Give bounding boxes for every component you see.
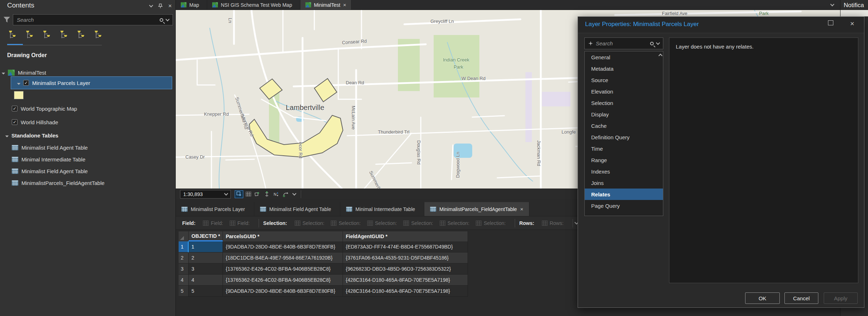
tree-node-standalone-table[interactable]: Minimalist Field Agent Table [12, 142, 88, 153]
dialog-menu-item[interactable]: Selection [585, 97, 663, 109]
toolbar-button[interactable]: Field: [200, 219, 226, 227]
ok-button[interactable]: OK [745, 292, 780, 304]
standalone-tables-heading[interactable]: Standalone Tables [6, 130, 58, 141]
toolbar-button[interactable]: Selection: [473, 219, 509, 227]
row-number-cell[interactable]: 5 [179, 286, 189, 297]
filter-icon[interactable] [3, 16, 11, 24]
parcelsguid-cell[interactable]: {9DADBA7D-28D0-4BDE-840B-6B3F8D7E80FB} [223, 241, 343, 252]
table-row[interactable]: 2 2 {18DC1DCB-B4EA-49E7-9584-86E7A761920… [179, 252, 468, 264]
table-tab[interactable]: Minimalist Parcels Layer [176, 202, 254, 216]
column-header-objectid[interactable]: OBJECTID * [189, 231, 223, 241]
select-tool-icon[interactable] [235, 190, 243, 198]
contents-view-tab[interactable] [41, 29, 54, 41]
tree-node-layer[interactable]: ✓ World Hillshade [12, 117, 58, 127]
tree-node-layer[interactable]: ✓ World Topographic Map [12, 103, 77, 114]
legend-swatch[interactable] [14, 91, 24, 99]
dialog-menu-item[interactable]: Page Query [585, 200, 663, 211]
map-scale-select[interactable]: 1:30,893 [180, 190, 231, 199]
snapping-icon[interactable] [263, 190, 271, 198]
search-icon[interactable] [650, 42, 654, 45]
objectid-cell[interactable]: 2 [189, 252, 223, 264]
rotate-view-icon[interactable] [281, 190, 290, 198]
contents-view-tab[interactable] [6, 29, 19, 41]
dialog-menu-item[interactable]: Joins [585, 177, 663, 189]
table-tab[interactable]: Minimalist Field Agent Table [254, 202, 340, 216]
toolbar-button[interactable]: Rows: [539, 219, 567, 227]
parcelsguid-cell[interactable]: {9DADBA7D-28D0-4BDE-840B-6B3F8D7E80FB} [223, 286, 343, 297]
dialog-menu-item[interactable]: Elevation [585, 86, 663, 97]
toolbar-button[interactable]: Selection: [364, 219, 400, 227]
close-dialog-icon[interactable]: × [850, 20, 854, 27]
expander-icon[interactable] [17, 81, 21, 85]
row-number-cell[interactable]: 1 [179, 241, 189, 252]
infographics-icon[interactable] [253, 190, 262, 198]
panel-menu-chevron-icon[interactable] [149, 3, 153, 7]
contents-view-tab[interactable] [58, 29, 71, 41]
toolbar-button[interactable]: Field: [226, 219, 253, 227]
toolbar-button[interactable]: Selection: [291, 219, 328, 227]
search-icon[interactable] [160, 18, 163, 22]
parcelsguid-cell[interactable]: {13765362-E426-4C02-BFBA-9406B5EB28C8} [223, 275, 343, 286]
table-row[interactable]: 4 4 {13765362-E426-4C02-BFBA-9406B5EB28C… [179, 275, 468, 286]
close-table-icon[interactable]: × [520, 206, 523, 212]
objectid-cell[interactable]: 4 [189, 275, 223, 286]
fieldagentguid-cell[interactable]: {3761FA06-634A-4535-9231-D5FD4BF45186} [343, 252, 468, 264]
contents-view-tab[interactable] [75, 29, 88, 41]
parcelsguid-cell[interactable]: {13765362-E426-4C02-BFBA-9406B5EB28C8} [223, 264, 343, 275]
layer-visibility-checkbox[interactable]: ✓ [12, 119, 18, 125]
maximize-icon[interactable] [828, 20, 833, 25]
dialog-menu-item[interactable]: Definition Query [585, 131, 663, 143]
fieldagentguid-cell[interactable]: {428C3164-D180-465A-8FAD-70E75E5A7198} [343, 275, 468, 286]
dialog-menu-item[interactable]: Cache [585, 120, 663, 131]
contents-view-tab[interactable] [92, 29, 105, 41]
fieldagentguid-cell[interactable]: {ED873A3D-FF74-474E-B8D4-E755687D49BD} [343, 241, 468, 252]
objectid-cell[interactable]: 3 [189, 264, 223, 275]
table-row[interactable]: 3 3 {13765362-E426-4C02-BFBA-9406B5EB28C… [179, 264, 468, 275]
close-panel-icon[interactable]: × [168, 3, 172, 9]
tabstrip-overflow-chevron-icon[interactable] [830, 2, 834, 6]
table-tab[interactable]: Minimal Intermediate Table [340, 202, 424, 216]
apply-button[interactable]: Apply [824, 292, 858, 304]
parcelsguid-cell[interactable]: {18DC1DCB-B4EA-49E7-9584-86E7A761920B} [223, 252, 343, 264]
dialog-menu-item[interactable]: Display [585, 109, 663, 120]
view-tab[interactable]: MinimalTest × [300, 0, 352, 10]
cancel-button[interactable]: Cancel [784, 292, 818, 304]
dialog-menu-item[interactable]: Indexes [585, 166, 663, 177]
column-header-fieldagentguid[interactable]: FieldAgentGUID * [343, 231, 468, 241]
table-row[interactable]: 1 1 {9DADBA7D-28D0-4BDE-840B-6B3F8D7E80F… [179, 241, 468, 252]
dialog-titlebar[interactable]: Layer Properties: Minimalist Parcels Lay… [578, 17, 864, 33]
statusbar-more-chevron-icon[interactable] [292, 191, 296, 195]
expander-icon[interactable] [5, 134, 9, 137]
pin-icon[interactable] [158, 4, 163, 9]
toolbar-button[interactable]: Selection: [328, 219, 364, 227]
dialog-menu-item[interactable]: Time [585, 143, 663, 154]
row-number-cell[interactable]: 2 [179, 252, 189, 264]
close-view-icon[interactable]: × [343, 2, 346, 7]
select-all-corner[interactable] [179, 231, 189, 241]
row-number-cell[interactable]: 4 [179, 275, 189, 286]
dialog-menu-item[interactable]: Range [585, 154, 663, 166]
objectid-cell[interactable]: 5 [189, 286, 223, 297]
attribute-table-icon[interactable] [244, 190, 253, 198]
contents-search-input[interactable]: Search [13, 14, 173, 25]
layer-visibility-checkbox[interactable]: ✓ [12, 106, 18, 111]
tree-node-standalone-table[interactable]: Minimal Intermediate Table [12, 154, 85, 165]
table-tab[interactable]: MinimalistParcels_FieldAgentTable × [424, 202, 529, 216]
north-arrow-icon[interactable]: N [272, 190, 280, 198]
tree-node-standalone-table[interactable]: Minimalist Field Agent Table [12, 166, 88, 176]
dialog-menu-item[interactable]: Source [585, 74, 663, 86]
layer-visibility-checkbox[interactable]: ✓ [23, 80, 29, 86]
dialog-search-input[interactable]: Search [584, 37, 663, 49]
row-number-cell[interactable]: 3 [179, 264, 189, 275]
column-header-parcelsguid[interactable]: ParcelsGUID * [223, 231, 343, 241]
objectid-cell[interactable]: 1 [189, 241, 223, 252]
search-options-chevron-icon[interactable] [656, 41, 660, 45]
fieldagentguid-cell[interactable]: {428C3164-D180-465A-8FAD-70E75E5A7198} [343, 286, 468, 297]
dialog-menu-item[interactable]: Relates [585, 189, 663, 200]
toolbar-button[interactable]: Selection: [400, 219, 436, 227]
dialog-menu-item[interactable]: General [585, 51, 663, 63]
dialog-menu-item[interactable]: Metadata [585, 63, 663, 74]
expander-icon[interactable] [2, 71, 5, 74]
contents-view-tab[interactable] [24, 29, 36, 41]
fieldagentguid-cell[interactable]: {9626823D-DBD3-4B5D-96D3-7256383D5322} [343, 264, 468, 275]
